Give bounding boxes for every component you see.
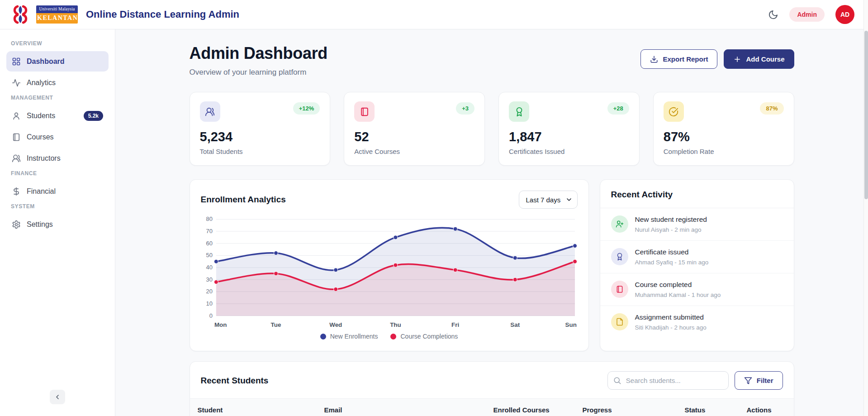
university-name-line1: Universiti Malaysia [36, 5, 78, 13]
stat-card-total-students: +12%5,234Total Students [190, 92, 331, 166]
svg-text:Sat: Sat [510, 321, 520, 328]
activity-icon-circle [611, 281, 628, 298]
activity-item-assignment-submitted[interactable]: Assignment submittedSiti Khadijah - 2 ho… [600, 306, 794, 338]
activity-meta: Muhammad Kamal - 1 hour ago [635, 292, 721, 298]
activity-title: Assignment submitted [635, 313, 707, 321]
svg-text:Wed: Wed [329, 321, 342, 328]
export-report-button[interactable]: Export Report [640, 49, 717, 69]
stat-value: 87% [664, 129, 784, 144]
top-header: Universiti Malaysia KELANTAN Online Dist… [0, 0, 868, 29]
stat-icon-tile [200, 101, 220, 122]
sidebar-section-label: SYSTEM [11, 203, 104, 210]
users-icon [205, 107, 215, 117]
activity-item-course-completed[interactable]: Course completedMuhammad Kamal - 1 hour … [600, 273, 794, 306]
recent-activity-title: Recent Activity [611, 190, 783, 200]
check-circle-icon [669, 107, 678, 117]
sidebar-section-management: MANAGEMENTStudents5.2kCoursesInstructors [6, 95, 109, 168]
dashboard-grid-icon [12, 57, 21, 66]
award-icon [514, 107, 524, 117]
stat-card-completion-rate: 87%87%Completion Rate [653, 92, 794, 166]
sidebar-item-label: Settings [27, 220, 53, 229]
add-course-label: Add Course [746, 55, 784, 63]
sidebar-item-dashboard[interactable]: Dashboard [6, 51, 109, 72]
column-header-student: Student [190, 399, 317, 416]
stat-card-certificates-issued: +281,847Certificates Issued [498, 92, 640, 166]
svg-text:Sun: Sun [565, 321, 576, 328]
sidebar-item-instructors[interactable]: Instructors [6, 148, 109, 168]
svg-text:80: 80 [206, 215, 212, 222]
filter-funnel-icon [744, 377, 752, 385]
award-icon [616, 253, 624, 261]
sidebar-section-label: MANAGEMENT [11, 95, 104, 101]
umk-logo-mark-icon [11, 5, 30, 24]
moon-icon [768, 10, 778, 20]
stat-icon-tile [509, 101, 529, 122]
legend-dot-icon [320, 334, 326, 339]
date-range-select-wrap: Last 7 days [519, 191, 578, 209]
chevron-left-icon [54, 393, 61, 401]
stat-icon-tile [354, 101, 375, 122]
sidebar: OVERVIEWDashboardAnalyticsMANAGEMENTStud… [0, 29, 115, 416]
svg-text:Mon: Mon [214, 321, 227, 328]
column-header-status: Status [677, 399, 739, 416]
svg-text:40: 40 [206, 264, 212, 271]
sidebar-collapse-button[interactable] [50, 390, 65, 404]
enrollment-analytics-card: Enrollment Analytics Last 7 days 0102030… [190, 179, 589, 351]
svg-text:50: 50 [206, 252, 212, 258]
analytics-pulse-icon [12, 78, 21, 87]
recent-students-title: Recent Students [201, 376, 269, 386]
recent-students-card: Recent Students Filter StudentEmailEnrol… [190, 361, 794, 416]
sidebar-item-settings[interactable]: Settings [6, 214, 109, 234]
activity-meta: Nurul Aisyah - 2 min ago [635, 226, 707, 233]
stat-trend-badge: +28 [607, 102, 629, 115]
filter-button[interactable]: Filter [735, 371, 783, 390]
student-search-wrap [607, 371, 729, 390]
sidebar-item-students[interactable]: Students5.2k [6, 105, 109, 126]
sidebar-section-system: SYSTEMSettings [6, 203, 109, 234]
sidebar-section-overview: OVERVIEWDashboardAnalytics [6, 40, 109, 93]
book-icon [360, 107, 370, 117]
stat-card-active-courses: +352Active Courses [344, 92, 485, 166]
sidebar-item-financial[interactable]: Financial [6, 181, 109, 201]
sidebar-section-label: OVERVIEW [11, 40, 104, 47]
header-right: Admin AD [768, 5, 854, 24]
plus-icon [733, 55, 741, 63]
scrollbar-thumb[interactable] [864, 31, 868, 199]
activity-item-new-student-registered[interactable]: New student registeredNurul Aisyah - 2 m… [600, 208, 794, 241]
sidebar-item-label: Analytics [27, 79, 56, 87]
university-name-line2: KELANTAN [36, 13, 78, 24]
students-count-badge: 5.2k [84, 111, 103, 121]
sidebar-item-analytics[interactable]: Analytics [6, 72, 109, 93]
main-content: Admin Dashboard Overview of your learnin… [115, 29, 868, 416]
legend-item-new-enrollments: New Enrollments [320, 333, 378, 340]
avatar[interactable]: AD [835, 5, 854, 24]
stat-label: Certificates Issued [509, 148, 629, 155]
sidebar-section-label: FINANCE [11, 170, 104, 177]
theme-toggle-button[interactable] [768, 10, 778, 20]
page-scrollbar [863, 0, 868, 416]
svg-text:30: 30 [206, 276, 212, 283]
student-search-input[interactable] [607, 371, 729, 390]
column-header-enrolled-courses: Enrolled Courses [486, 399, 575, 416]
column-header-email: Email [317, 399, 486, 416]
stat-value: 1,847 [509, 129, 629, 144]
svg-text:60: 60 [206, 240, 212, 247]
enrollment-chart: 01020304050607080MonTueWedThuFriSatSun [201, 214, 578, 331]
sidebar-section-finance: FINANCEFinancial [6, 170, 109, 201]
legend-dot-icon [390, 334, 396, 339]
chart-title: Enrollment Analytics [201, 195, 286, 205]
stat-trend-badge: +3 [456, 102, 474, 115]
stat-value: 52 [354, 129, 474, 144]
search-icon [613, 376, 621, 385]
page-title: Admin Dashboard [190, 44, 328, 63]
chart-legend: New EnrollmentsCourse Completions [201, 333, 578, 340]
activity-title: New student registered [635, 215, 707, 224]
sidebar-item-label: Courses [27, 133, 54, 141]
activity-item-certificate-issued[interactable]: Certificate issuedAhmad Syafiq - 15 min … [600, 241, 794, 273]
page-subtitle: Overview of your learning platform [190, 68, 328, 77]
page-header: Admin Dashboard Overview of your learnin… [190, 44, 794, 77]
sidebar-item-courses[interactable]: Courses [6, 127, 109, 147]
add-course-button[interactable]: Add Course [724, 49, 794, 69]
student-icon [12, 111, 21, 120]
date-range-select[interactable]: Last 7 days [519, 191, 578, 209]
